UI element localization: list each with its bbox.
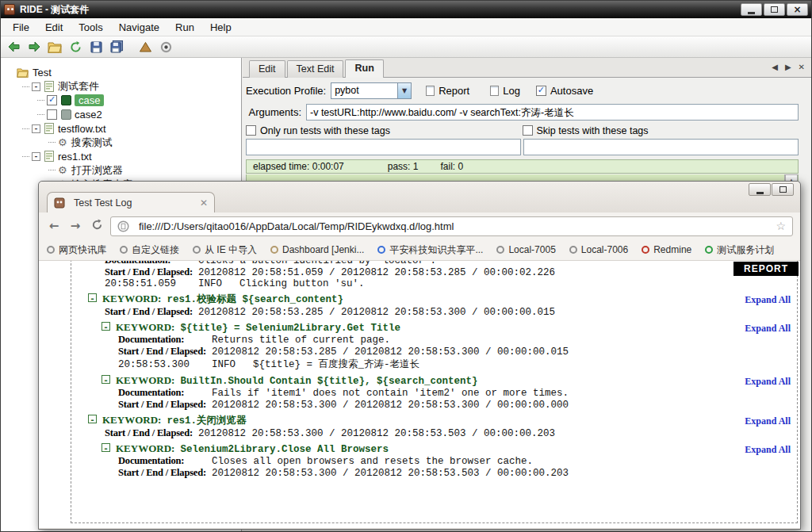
log-row-sse: Start / End / Elapsed:20120812 20:58:53.… [39,399,800,411]
collapse-icon[interactable]: - [32,152,40,161]
skip-tags-input[interactable] [523,139,799,155]
ride-titlebar[interactable]: RIDE - 测试套件 × [1,1,811,18]
start-end-elapsed-values: 20120812 20:58:53.300 / 20120812 20:58:5… [198,428,555,439]
only-tags-label: Only run tests with these tags [260,125,390,136]
run-button[interactable] [136,38,155,56]
tab-edit[interactable]: Edit [249,60,285,78]
expand-all-link[interactable]: Expand All [745,376,791,388]
test-checkbox[interactable] [47,95,57,105]
menu-help[interactable]: Help [202,19,239,36]
maximize-icon [771,6,778,13]
ride-toolbar [1,36,811,58]
back-icon[interactable]: ← [46,219,62,233]
expand-all-link[interactable]: Expand All [745,323,791,335]
documentation-text: Clicks a button identified by 'locator'. [198,261,436,266]
bookmark-item[interactable]: 网页快讯库 [47,243,106,257]
refresh-button[interactable] [66,38,85,56]
maximize-button[interactable] [764,3,785,16]
tree-item[interactable]: Test [1,66,241,80]
save-button[interactable] [86,38,105,56]
open-folder-button[interactable] [45,38,64,56]
arguments-label: Arguments: [246,106,301,118]
tree-item[interactable]: ⚙搜索测试 [1,136,241,150]
bookmark-item[interactable]: 测试服务计划 [705,243,774,257]
stop-icon [160,41,172,53]
browser-tab[interactable]: Test Test Log ✕ [47,192,215,212]
forward-icon[interactable]: → [67,219,83,233]
bookmark-icon [496,246,504,254]
tab-scroll-right-icon[interactable]: ▶ [785,63,791,71]
skip-tags-checkbox[interactable] [523,125,533,136]
bookmark-item[interactable]: 平安科技知识共享平... [377,243,483,257]
reload-icon[interactable] [89,219,105,234]
log-button[interactable]: Log [490,85,520,97]
log-row-doc: Documentation:Clicks a button identified… [39,261,800,266]
bookmark-item[interactable]: 从 IE 中导入 [193,243,257,257]
bookmark-item[interactable]: Local-7005 [496,244,555,255]
tree-item[interactable]: -res1.txt [1,150,241,164]
tab-text-edit[interactable]: Text Edit [287,60,344,78]
collapse-icon[interactable]: - [32,124,40,133]
browser-minimize-button[interactable] [749,183,771,196]
browser-maximize-button[interactable] [772,183,794,196]
menu-file[interactable]: File [5,19,37,36]
documentation-label: Documentation: [105,261,198,266]
execution-profile-select[interactable]: pybot ▼ [331,82,412,99]
autosave-checkbox[interactable] [536,86,546,96]
bookmark-icon [642,246,649,254]
collapse-icon[interactable]: - [102,443,110,452]
address-bar[interactable]: file:///D:/Users/qitao016/AppData/Local/… [110,216,793,236]
log-row-doc: Documentation:Closes all open browsers a… [39,455,800,467]
expand-all-link[interactable]: Expand All [745,294,791,306]
report-button[interactable]: Report [426,85,469,97]
bookmark-item[interactable]: Dashboard [Jenki... [270,244,364,255]
report-link[interactable]: REPORT [733,262,799,276]
bookmark-item[interactable]: Local-7006 [569,244,628,255]
bookmark-item[interactable]: Redmine [642,244,691,255]
bookmark-label: Local-7005 [508,244,555,255]
tree-connector [22,86,29,87]
tab-run[interactable]: Run [345,59,383,78]
chevron-down-icon[interactable]: ▼ [397,83,411,98]
tree-item-label: case2 [75,109,102,121]
menu-run[interactable]: Run [167,19,202,36]
bookmark-label: 从 IE 中导入 [205,243,257,257]
suite-file-icon [44,81,54,92]
close-button[interactable]: × [787,3,808,16]
tree-item[interactable]: case2 [1,108,241,122]
collapse-icon[interactable]: - [102,322,110,331]
minimize-button[interactable] [741,3,762,16]
tab-close-icon[interactable]: ✕ [200,197,208,209]
log-rows: Documentation:Clicks a button identified… [39,261,800,479]
stop-button[interactable] [156,38,175,56]
collapse-icon[interactable]: - [88,293,97,302]
only-tags-checkbox[interactable] [246,125,256,136]
documentation-text: Fails if 'item1' does not contain 'item2… [212,388,569,399]
arguments-input[interactable]: -v testURL:http://www.baidu.com/ -v sear… [306,104,799,121]
tree-item[interactable]: ⚙打开浏览器 [1,163,241,178]
back-button[interactable] [4,38,23,56]
test-checkbox[interactable] [47,109,57,120]
tree-item[interactable]: -testflow.txt [1,121,241,136]
page-info-icon[interactable] [117,220,129,232]
bookmark-item[interactable]: 自定义链接 [120,243,179,257]
menu-tools[interactable]: Tools [71,19,110,36]
tab-close-icon[interactable]: ✕ [799,63,805,71]
only-tags-input[interactable] [246,139,521,155]
collapse-icon[interactable]: - [32,82,40,91]
log-row-kw: -KEYWORD:${title} = Selenium2Library.Get… [39,321,800,334]
expand-all-link[interactable]: Expand All [745,415,791,427]
collapse-icon[interactable]: - [88,415,97,423]
tree-item[interactable]: case [1,94,241,108]
tree-item[interactable]: -测试套件 [1,80,241,94]
save-all-button[interactable] [107,38,126,56]
menu-edit[interactable]: Edit [37,19,71,36]
documentation-text: Closes all open browsers and resets the … [212,456,533,467]
keyword-label: KEYWORD: [116,321,174,333]
tab-scroll-left-icon[interactable]: ◀ [772,63,778,71]
expand-all-link[interactable]: Expand All [745,444,791,456]
forward-button[interactable] [25,38,44,56]
bookmark-star-icon[interactable]: ☆ [776,220,786,232]
menu-navigate[interactable]: Navigate [111,19,167,36]
collapse-icon[interactable]: - [102,375,110,384]
